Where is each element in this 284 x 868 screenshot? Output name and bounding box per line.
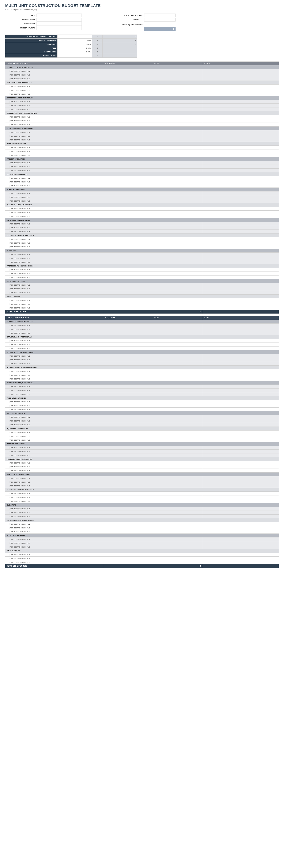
item-cost[interactable] [153, 446, 202, 450]
item-category[interactable] [104, 253, 153, 256]
item-name[interactable]: [ITEMIZED TASK/MATERIAL 2] [5, 256, 104, 260]
item-category[interactable] [104, 511, 153, 515]
item-notes[interactable] [202, 100, 279, 104]
item-name[interactable]: [ITEMIZED TASK/MATERIAL 1] [5, 161, 104, 165]
item-cost[interactable] [153, 272, 202, 276]
item-cost[interactable] [153, 431, 202, 434]
item-category[interactable] [104, 465, 153, 469]
item-name[interactable]: [ITEMIZED TASK/MATERIAL 3] [5, 545, 104, 549]
item-notes[interactable] [202, 302, 279, 306]
item-cost[interactable] [153, 450, 202, 454]
item-category[interactable] [104, 237, 153, 241]
item-notes[interactable] [202, 299, 279, 302]
item-name[interactable]: [ITEMIZED TASK/MATERIAL 2] [5, 241, 104, 245]
item-name[interactable]: [ITEMIZED TASK/MATERIAL 3] [5, 306, 104, 310]
item-cost[interactable] [153, 339, 202, 343]
item-category[interactable] [104, 73, 153, 77]
item-cost[interactable] [153, 553, 202, 557]
item-category[interactable] [104, 415, 153, 419]
item-name[interactable]: [ITEMIZED TASK/MATERIAL 1] [5, 522, 104, 526]
item-name[interactable]: [ITEMIZED TASK/MATERIAL 1] [5, 431, 104, 434]
item-name[interactable]: [ITEMIZED TASK/MATERIAL 3] [5, 560, 104, 564]
item-name[interactable]: [ITEMIZED TASK/MATERIAL 3] [5, 423, 104, 427]
info-input[interactable] [36, 22, 82, 26]
item-cost[interactable] [153, 480, 202, 484]
item-category[interactable] [104, 283, 153, 287]
item-category[interactable] [104, 495, 153, 499]
item-category[interactable] [104, 291, 153, 294]
item-cost[interactable] [153, 237, 202, 241]
item-name[interactable]: [ITEMIZED TASK/MATERIAL 2] [5, 88, 104, 92]
item-category[interactable] [104, 134, 153, 138]
item-cost[interactable] [153, 537, 202, 541]
item-notes[interactable] [202, 343, 279, 346]
item-notes[interactable] [202, 499, 279, 503]
item-category[interactable] [104, 191, 153, 195]
item-notes[interactable] [202, 526, 279, 530]
item-notes[interactable] [202, 438, 279, 442]
item-name[interactable]: [ITEMIZED TASK/MATERIAL 1] [5, 507, 104, 511]
item-category[interactable] [104, 346, 153, 350]
item-name[interactable]: [ITEMIZED TASK/MATERIAL 2] [5, 195, 104, 199]
info-input[interactable] [36, 18, 82, 22]
item-name[interactable]: [ITEMIZED TASK/MATERIAL 2] [5, 389, 104, 392]
item-notes[interactable] [202, 545, 279, 549]
item-cost[interactable] [153, 323, 202, 328]
item-notes[interactable] [202, 115, 279, 119]
item-cost[interactable] [153, 253, 202, 256]
item-category[interactable] [104, 107, 153, 111]
item-notes[interactable] [202, 287, 279, 291]
item-category[interactable] [104, 438, 153, 442]
item-name[interactable]: [ITEMIZED TASK/MATERIAL 3] [5, 469, 104, 472]
item-name[interactable]: [ITEMIZED TASK/MATERIAL 3] [5, 346, 104, 350]
item-name[interactable]: [ITEMIZED TASK/MATERIAL 1] [5, 237, 104, 241]
item-category[interactable] [104, 214, 153, 218]
item-cost[interactable] [153, 530, 202, 534]
item-notes[interactable] [202, 553, 279, 557]
item-notes[interactable] [202, 237, 279, 241]
item-category[interactable] [104, 469, 153, 472]
item-name[interactable]: [ITEMIZED TASK/MATERIAL 2] [5, 165, 104, 168]
item-cost[interactable] [153, 184, 202, 188]
item-cost[interactable] [153, 123, 202, 127]
item-cost[interactable] [153, 256, 202, 260]
item-name[interactable]: [ITEMIZED TASK/MATERIAL 2] [5, 226, 104, 230]
item-name[interactable]: [ITEMIZED TASK/MATERIAL 3] [5, 377, 104, 381]
item-category[interactable] [104, 184, 153, 188]
item-category[interactable] [104, 119, 153, 123]
item-notes[interactable] [202, 241, 279, 245]
item-category[interactable] [104, 362, 153, 366]
item-name[interactable]: [ITEMIZED TASK/MATERIAL 1] [5, 537, 104, 541]
item-category[interactable] [104, 245, 153, 249]
item-notes[interactable] [202, 69, 279, 73]
item-name[interactable]: [ITEMIZED TASK/MATERIAL 3] [5, 107, 104, 111]
item-category[interactable] [104, 306, 153, 310]
item-cost[interactable] [153, 515, 202, 518]
item-cost[interactable] [153, 408, 202, 411]
item-category[interactable] [104, 423, 153, 427]
item-notes[interactable] [202, 354, 279, 358]
item-notes[interactable] [202, 328, 279, 331]
item-notes[interactable] [202, 180, 279, 184]
item-category[interactable] [104, 115, 153, 119]
item-notes[interactable] [202, 260, 279, 264]
item-category[interactable] [104, 343, 153, 346]
item-notes[interactable] [202, 465, 279, 469]
item-name[interactable]: [ITEMIZED TASK/MATERIAL 1] [5, 446, 104, 450]
item-cost[interactable] [153, 343, 202, 346]
item-category[interactable] [104, 373, 153, 377]
item-cost[interactable] [153, 77, 202, 81]
item-cost[interactable] [153, 465, 202, 469]
item-category[interactable] [104, 150, 153, 153]
item-notes[interactable] [202, 92, 279, 96]
item-category[interactable] [104, 256, 153, 260]
item-category[interactable] [104, 85, 153, 88]
item-category[interactable] [104, 272, 153, 276]
item-notes[interactable] [202, 138, 279, 142]
item-name[interactable]: [ITEMIZED TASK/MATERIAL 1] [5, 400, 104, 404]
item-name[interactable]: [ITEMIZED TASK/MATERIAL 3] [5, 499, 104, 503]
item-name[interactable]: [ITEMIZED TASK/MATERIAL 3] [5, 408, 104, 411]
item-name[interactable]: [ITEMIZED TASK/MATERIAL 1] [5, 339, 104, 343]
item-name[interactable]: [ITEMIZED TASK/MATERIAL 3] [5, 260, 104, 264]
item-cost[interactable] [153, 85, 202, 88]
